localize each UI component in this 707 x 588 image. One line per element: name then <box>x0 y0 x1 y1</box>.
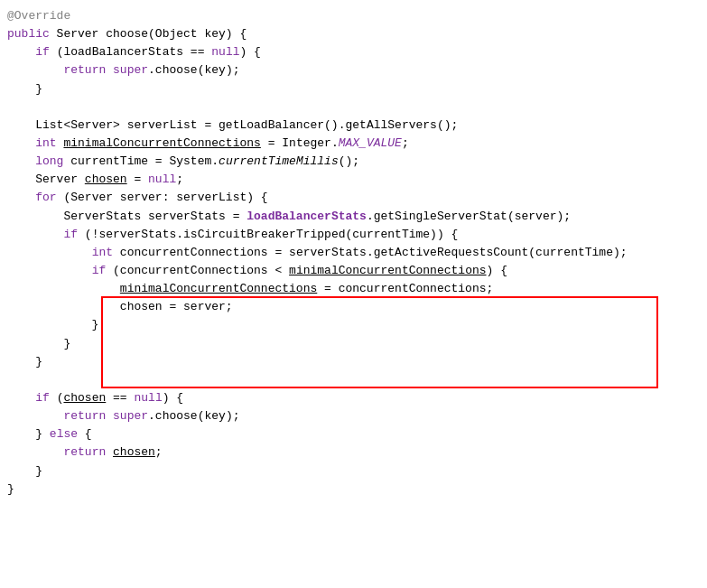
code-line: if (!serverStats.isCircuitBreakerTripped… <box>0 226 707 244</box>
line-text: } <box>7 481 700 499</box>
line-text: return chosen; <box>7 443 700 462</box>
code-line: return super.choose(key); <box>0 407 707 425</box>
code-line: } <box>0 462 707 481</box>
line-text: } <box>7 80 700 98</box>
line-text: List<Server> serverList = getLoadBalance… <box>7 117 700 135</box>
line-text: return super.choose(key); <box>7 61 700 79</box>
code-viewer: @Override public Server choose(Object ke… <box>0 0 707 506</box>
code-line: } <box>0 481 707 499</box>
code-line <box>0 98 707 117</box>
line-text: int minimalConcurrentConnections = Integ… <box>7 135 700 153</box>
line-text: if (chosen == null) { <box>7 389 700 407</box>
code-line: public Server choose(Object key) { <box>0 25 707 43</box>
line-text: } <box>7 462 700 481</box>
code-line: long currentTime = System.currentTimeMil… <box>0 153 707 171</box>
code-line: if (loadBalancerStats == null) { <box>0 43 707 61</box>
code-line: Server chosen = null; <box>0 171 707 189</box>
line-text: int concurrentConnections = serverStats.… <box>7 244 700 262</box>
code-line <box>0 371 707 389</box>
line-text: } <box>7 316 700 334</box>
code-line: } <box>0 316 707 334</box>
line-text: chosen = server; <box>7 298 700 316</box>
code-line: return super.choose(key); <box>0 61 707 79</box>
code-line: for (Server server: serverList) { <box>0 189 707 207</box>
code-line: List<Server> serverList = getLoadBalance… <box>0 117 707 135</box>
code-line: if (chosen == null) { <box>0 389 707 407</box>
code-line: ServerStats serverStats = loadBalancerSt… <box>0 208 707 226</box>
code-line: if (concurrentConnections < minimalConcu… <box>0 262 707 280</box>
line-text: minimalConcurrentConnections = concurren… <box>7 280 700 298</box>
line-text: if (!serverStats.isCircuitBreakerTripped… <box>7 226 700 244</box>
code-line: minimalConcurrentConnections = concurren… <box>0 280 707 298</box>
line-text <box>7 371 700 389</box>
line-text: } <box>7 335 700 353</box>
code-line: @Override <box>0 7 707 25</box>
line-text <box>7 98 700 117</box>
line-text: return super.choose(key); <box>7 407 700 425</box>
code-line: int concurrentConnections = serverStats.… <box>0 244 707 262</box>
line-text: ServerStats serverStats = loadBalancerSt… <box>7 208 700 226</box>
code-line: } <box>0 80 707 98</box>
code-line: } <box>0 353 707 371</box>
line-text: public Server choose(Object key) { <box>7 25 700 43</box>
line-text: Server chosen = null; <box>7 171 700 189</box>
line-text: long currentTime = System.currentTimeMil… <box>7 153 700 171</box>
code-line: return chosen; <box>0 443 707 462</box>
code-line: } <box>0 335 707 353</box>
code-line: chosen = server; <box>0 298 707 316</box>
line-text: } else { <box>7 425 700 443</box>
code-line: int minimalConcurrentConnections = Integ… <box>0 135 707 153</box>
code-line: } else { <box>0 425 707 443</box>
line-text: for (Server server: serverList) { <box>7 189 700 207</box>
line-text: } <box>7 353 700 371</box>
line-text: if (concurrentConnections < minimalConcu… <box>7 262 700 280</box>
annotation: @Override <box>7 7 700 25</box>
line-text: if (loadBalancerStats == null) { <box>7 43 700 61</box>
